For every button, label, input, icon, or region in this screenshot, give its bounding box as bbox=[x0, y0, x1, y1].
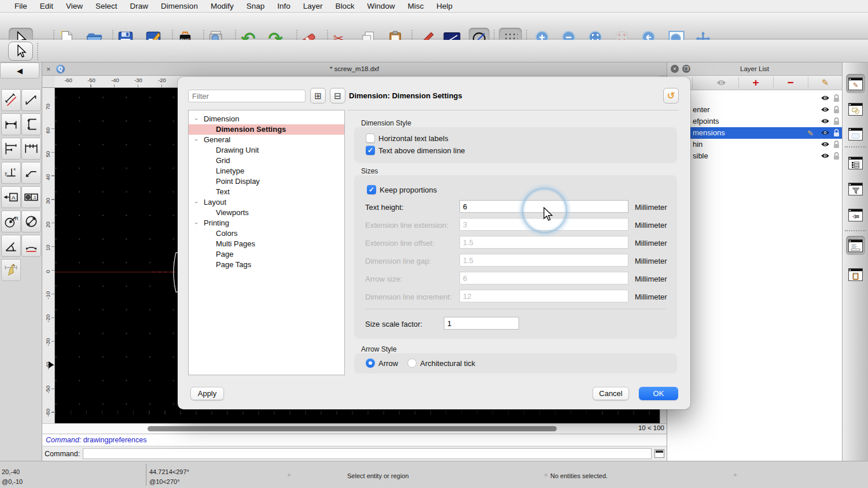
selection-filter-window-icon[interactable] bbox=[846, 179, 865, 198]
select-arrow-icon[interactable] bbox=[8, 42, 33, 61]
layer-row[interactable]: sible bbox=[667, 150, 842, 162]
remove-layer-minus-icon[interactable]: − bbox=[784, 77, 797, 88]
layer-row[interactable]: enter bbox=[667, 104, 842, 116]
menu-modify[interactable]: Modify bbox=[204, 0, 240, 13]
dimension-defaults-brush-icon[interactable] bbox=[1, 259, 21, 281]
tree-item-page[interactable]: Page bbox=[189, 249, 344, 260]
keep-proportions-checkbox[interactable]: ✓ bbox=[367, 185, 376, 194]
tree-item-dimension-settings[interactable]: Dimension Settings bbox=[189, 124, 344, 135]
dimension-angular-icon[interactable] bbox=[1, 235, 21, 257]
layer-visibility-eye-icon[interactable] bbox=[821, 130, 830, 136]
tolerance-icon[interactable]: .1 bbox=[21, 186, 41, 208]
scrollbar-thumb[interactable] bbox=[148, 426, 557, 431]
ok-button[interactable]: OK bbox=[639, 387, 678, 400]
reset-to-defaults-icon[interactable]: ↺ bbox=[663, 88, 679, 103]
architectural-tick-radio[interactable] bbox=[407, 358, 417, 368]
dimension-aligned-icon[interactable] bbox=[1, 89, 21, 111]
tree-item-linetype[interactable]: Linetype bbox=[189, 166, 344, 176]
layer-row[interactable]: efpoints bbox=[667, 116, 842, 127]
layer-lock-icon[interactable] bbox=[833, 106, 840, 114]
layer-lock-icon[interactable] bbox=[833, 152, 840, 160]
command-tools-window-icon[interactable] bbox=[846, 205, 865, 224]
back-button[interactable]: ◀ bbox=[0, 62, 39, 79]
dimension-baseline-icon[interactable] bbox=[1, 138, 21, 160]
layer-row-selected[interactable]: mensions ✎ bbox=[667, 127, 842, 139]
panel-close-icon[interactable]: × bbox=[671, 65, 679, 73]
expand-all-icon[interactable]: ⊞ bbox=[310, 88, 326, 103]
dimension-ordinate-icon[interactable]: xy bbox=[1, 162, 21, 184]
tree-item-text[interactable]: Text bbox=[189, 187, 344, 197]
dimension-diametric-icon[interactable] bbox=[21, 210, 41, 232]
leader-icon[interactable] bbox=[21, 162, 41, 184]
tree-item-grid[interactable]: Grid bbox=[189, 156, 344, 166]
arrow-radio[interactable] bbox=[366, 358, 375, 368]
menu-misc[interactable]: Misc bbox=[402, 0, 431, 13]
tree-item-drawing-unit[interactable]: Drawing Unit bbox=[189, 145, 344, 156]
command-input[interactable] bbox=[83, 448, 652, 459]
tree-item-viewports[interactable]: Viewports bbox=[189, 208, 344, 218]
layer-visibility-eye-icon[interactable] bbox=[821, 153, 830, 159]
horizontal-scrollbar[interactable]: 10 < 100 bbox=[42, 423, 667, 434]
dimension-horizontal-icon[interactable] bbox=[1, 113, 21, 135]
library-browser-window-icon[interactable] bbox=[846, 124, 865, 143]
command-line-window-icon[interactable] bbox=[846, 236, 865, 255]
tree-item-colors[interactable]: Colors bbox=[189, 228, 344, 239]
ruler-tick-label: -20 bbox=[158, 77, 166, 83]
menu-select[interactable]: Select bbox=[89, 0, 124, 13]
tree-item-point-display[interactable]: Point Display bbox=[189, 176, 344, 187]
layer-visibility-eye-icon[interactable] bbox=[821, 118, 830, 124]
collapse-all-icon[interactable]: ⊟ bbox=[330, 88, 345, 103]
layer-lock-icon[interactable] bbox=[833, 141, 840, 149]
layer-visibility-eye-icon[interactable] bbox=[821, 141, 830, 147]
menu-draw[interactable]: Draw bbox=[124, 0, 155, 13]
layer-lock-icon[interactable] bbox=[833, 94, 840, 102]
apply-button[interactable]: Apply bbox=[190, 387, 224, 400]
menu-dimension[interactable]: Dimension bbox=[155, 0, 204, 13]
menu-edit[interactable]: Edit bbox=[34, 0, 60, 13]
layer-row[interactable]: hin bbox=[667, 139, 842, 150]
menu-info[interactable]: Info bbox=[271, 0, 297, 13]
menu-help[interactable]: Help bbox=[430, 0, 459, 13]
layer-row[interactable] bbox=[667, 93, 842, 104]
layer-lock-icon[interactable] bbox=[833, 117, 840, 125]
dimension-radial-icon[interactable]: R bbox=[1, 210, 21, 232]
tree-item-multi-pages[interactable]: Multi Pages bbox=[189, 239, 344, 249]
dimension-rotated-icon[interactable] bbox=[21, 89, 41, 111]
label-icon[interactable]: A bbox=[1, 186, 21, 208]
menu-snap[interactable]: Snap bbox=[240, 0, 271, 13]
toggle-visibility-eye-icon[interactable] bbox=[715, 77, 727, 88]
radio-label: Architectural tick bbox=[420, 359, 475, 368]
dialog-page-title: Dimension: Dimension Settings bbox=[349, 91, 462, 100]
add-layer-plus-icon[interactable]: + bbox=[749, 77, 762, 88]
tree-item-layout[interactable]: ›Layout bbox=[189, 197, 344, 208]
layer-lock-icon[interactable] bbox=[833, 129, 840, 137]
document-tab-title[interactable]: * screw_m18.dxf bbox=[42, 62, 667, 76]
dimension-vertical-icon[interactable] bbox=[21, 113, 41, 135]
size-scale-factor-input[interactable] bbox=[444, 317, 519, 330]
tool-options-toolbar bbox=[0, 40, 868, 62]
horizontal-text-labels-checkbox[interactable] bbox=[366, 134, 375, 143]
text-above-dimension-line-checkbox[interactable]: ✓ bbox=[366, 146, 375, 155]
layer-list-window-icon[interactable]: ✎ bbox=[846, 74, 865, 93]
block-list-window-icon[interactable] bbox=[846, 99, 865, 119]
menu-layer[interactable]: Layer bbox=[297, 0, 329, 13]
menu-view[interactable]: View bbox=[60, 0, 89, 13]
menu-file[interactable]: File bbox=[8, 0, 34, 13]
layer-visibility-eye-icon[interactable] bbox=[821, 106, 830, 113]
panel-float-icon[interactable]: ❐ bbox=[682, 65, 690, 73]
layer-visibility-eye-icon[interactable] bbox=[821, 95, 830, 101]
tree-item-page-tags[interactable]: Page Tags bbox=[189, 260, 344, 270]
tree-item-printing[interactable]: ›Printing bbox=[189, 218, 344, 228]
cancel-button[interactable]: Cancel bbox=[593, 387, 629, 400]
menu-window[interactable]: Window bbox=[361, 0, 402, 13]
tree-filter-input[interactable] bbox=[188, 90, 306, 102]
menu-block[interactable]: Block bbox=[329, 0, 361, 13]
clipboard-window-icon[interactable] bbox=[846, 265, 865, 284]
property-editor-window-icon[interactable] bbox=[846, 153, 865, 172]
edit-layer-pencil-icon[interactable]: ✎ bbox=[819, 77, 832, 88]
command-window-toggle-icon[interactable] bbox=[654, 449, 664, 458]
tree-item-general[interactable]: ›General bbox=[189, 135, 344, 145]
dimension-arc-icon[interactable] bbox=[21, 235, 41, 257]
tree-item-dimension[interactable]: ›Dimension bbox=[189, 114, 344, 124]
dimension-continue-icon[interactable] bbox=[21, 138, 41, 160]
